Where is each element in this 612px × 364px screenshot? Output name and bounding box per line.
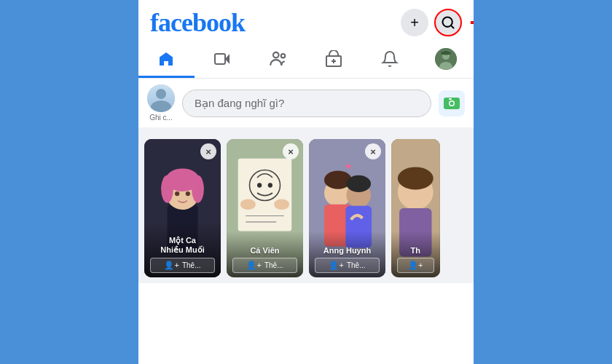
story-card-4[interactable]: Th 👤+ [391,139,440,277]
svg-point-18 [450,101,454,105]
search-btn-wrapper [434,9,462,36]
svg-text:♥: ♥ [345,162,350,173]
story-card-1[interactable]: × Một CaNhiều Muối 👤+ Thê... [144,139,221,277]
photo-button[interactable] [439,90,465,116]
story-info-3: Anng Huynh 👤+ Thê... [309,232,385,277]
avatar-svg [435,48,457,70]
svg-point-31 [257,183,262,187]
story-add-friend-3[interactable]: 👤+ Thê... [315,258,380,273]
composer-avatar-area: Ghi c... [147,84,175,122]
photo-icon [443,95,460,112]
svg-point-34 [274,199,289,210]
facebook-logo: facebook [150,7,245,38]
arrow-indicator [468,12,474,33]
add-friend-icon-2: 👤+ [246,261,261,270]
stories-section: × Một CaNhiều Muối 👤+ Thê... [138,133,474,283]
story-name-3: Anng Huynh [315,246,380,255]
tab-home[interactable] [138,42,195,78]
story-close-2[interactable]: × [283,143,299,159]
svg-point-32 [268,183,272,187]
phone-screen: facebook + [138,0,474,364]
profile-avatar [435,48,457,70]
search-icon [441,15,455,30]
svg-point-42 [346,175,371,192]
profile-avatar-image [435,48,457,70]
svg-point-33 [240,199,256,210]
story-add-friend-2[interactable]: 👤+ Thê... [232,258,297,273]
tab-notifications[interactable] [362,42,418,78]
add-button[interactable]: + [401,9,428,36]
right-background [474,0,612,364]
left-background [0,0,138,364]
composer-avatar [147,84,175,112]
svg-point-7 [280,54,284,58]
add-friend-icon-4: 👤+ [408,261,423,270]
search-button[interactable] [434,9,462,36]
story-info-2: Cá Viên 👤+ Thê... [227,232,303,277]
story-name-1: Một CaNhiều Muối [150,236,215,255]
composer-avatar-image [147,84,175,112]
svg-line-1 [451,25,454,28]
svg-point-27 [186,191,190,196]
story-add-friend-4[interactable]: 👤+ [397,258,434,273]
story-add-label-2: Thê... [264,261,283,269]
story-close-1[interactable]: × [200,143,216,159]
tab-video[interactable] [195,42,251,78]
svg-rect-19 [449,98,452,100]
tab-friends[interactable] [250,42,306,78]
video-icon [213,50,231,68]
post-placeholder: Bạn đang nghĩ gì? [195,97,284,110]
story-add-label-3: Thê... [347,261,366,269]
marketplace-icon [325,50,342,68]
bell-icon [381,50,399,68]
svg-point-25 [192,175,204,203]
story-name-2: Cá Viên [232,246,297,255]
story-info-4: Th 👤+ [391,232,440,277]
header-actions: + [401,9,462,36]
home-icon [157,50,175,68]
add-icon: + [410,15,419,31]
svg-rect-29 [238,159,292,232]
close-icon-1: × [205,146,211,157]
close-icon-3: × [370,146,376,157]
svg-point-47 [398,167,434,189]
post-input[interactable]: Bạn đang nghĩ gì? [182,90,431,117]
friends-icon [269,50,288,68]
nav-tabs [138,42,474,79]
svg-rect-4 [215,54,225,64]
svg-point-24 [161,175,173,203]
close-icon-2: × [288,146,294,157]
tab-marketplace[interactable] [306,42,362,78]
tab-profile[interactable] [417,42,474,78]
story-close-3[interactable]: × [365,143,381,159]
svg-rect-15 [444,51,448,54]
header: facebook + [138,0,474,42]
story-add-friend-1[interactable]: 👤+ Thê... [150,258,215,273]
story-card-2[interactable]: × Cá Viên 👤+ Thê... [227,139,303,277]
add-friend-icon-3: 👤+ [329,261,343,270]
composer-avatar-label: Ghi c... [149,114,173,122]
story-name-4: Th [397,246,434,255]
svg-point-6 [273,52,279,58]
story-card-3[interactable]: ♥ × Anng Huynh 👤+ Thê... [309,139,385,277]
post-composer: Ghi c... Bạn đang nghĩ gì? [138,79,474,133]
story-info-1: Một CaNhiều Muối 👤+ Thê... [144,221,221,277]
add-friend-icon-1: 👤+ [164,261,178,270]
story-add-label-1: Thê... [182,261,201,269]
svg-point-26 [175,191,179,196]
